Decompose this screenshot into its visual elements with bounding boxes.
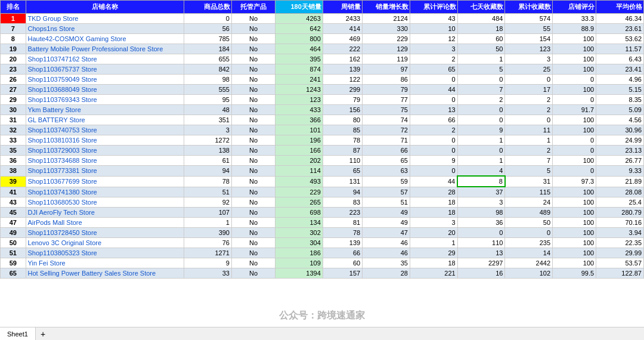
store-name-cell: Shop1103729003 Store bbox=[26, 146, 184, 156]
data-cell: 122.87 bbox=[596, 268, 644, 279]
data-cell: 235 bbox=[505, 238, 553, 248]
data-cell: 29.99 bbox=[596, 248, 644, 258]
header-growth: 销量增长数 bbox=[363, 1, 410, 14]
table-row: 32Shop1103740753 Store3No101857229111003… bbox=[1, 125, 644, 135]
data-cell: 100 bbox=[553, 187, 596, 197]
store-name-cell: TKD Group Store bbox=[26, 14, 184, 24]
header-7fav: 七天收藏数 bbox=[457, 1, 505, 14]
table-row: 31GL BATTERY Store351No366807466001004.5… bbox=[1, 115, 644, 125]
rank-cell: 43 bbox=[1, 197, 26, 208]
data-cell: 97.3 bbox=[553, 176, 596, 187]
data-cell: 85 bbox=[323, 125, 362, 135]
header-weekly: 周销量 bbox=[323, 1, 362, 14]
header-row: 排名 店铺名称 商品总数 托管产品 180天销量 周销量 销量增长数 累计评论数… bbox=[1, 1, 644, 14]
data-cell: 88.9 bbox=[553, 24, 596, 34]
header-180: 180天销量 bbox=[275, 1, 323, 14]
rank-cell: 19 bbox=[1, 44, 26, 54]
data-cell: 16 bbox=[457, 268, 505, 279]
store-name-cell: Shop1103688049 Store bbox=[26, 85, 184, 95]
data-cell: 87 bbox=[323, 146, 362, 156]
data-cell: 0 bbox=[505, 228, 553, 238]
data-cell: 3 bbox=[184, 125, 232, 135]
data-cell: 3 bbox=[457, 197, 505, 208]
data-cell: 9 bbox=[184, 258, 232, 268]
data-cell: 100 bbox=[553, 125, 596, 135]
data-cell: 2 bbox=[410, 125, 457, 135]
data-cell: 122 bbox=[323, 75, 362, 85]
data-cell: 4263 bbox=[275, 14, 323, 24]
data-cell: 9.33 bbox=[596, 166, 644, 177]
data-cell: 102 bbox=[505, 268, 553, 279]
data-cell: No bbox=[231, 115, 275, 125]
data-cell: 0 bbox=[457, 228, 505, 238]
table-row: 50Lenovo 3C Original Store76No3041394611… bbox=[1, 238, 644, 248]
data-cell: 0 bbox=[457, 105, 505, 115]
data-cell: 414 bbox=[323, 24, 362, 34]
data-cell: No bbox=[231, 95, 275, 105]
data-cell: 1 bbox=[457, 54, 505, 64]
data-cell: 77 bbox=[363, 95, 410, 105]
data-cell: 25.4 bbox=[596, 197, 644, 208]
data-cell: 101 bbox=[275, 125, 323, 135]
data-cell: No bbox=[231, 238, 275, 248]
data-cell: 574 bbox=[505, 14, 553, 24]
spreadsheet-container: 排名 店铺名称 商品总数 托管产品 180天销量 周销量 销量增长数 累计评论数… bbox=[0, 0, 644, 340]
data-cell: 31 bbox=[505, 176, 553, 187]
data-cell: 100 bbox=[553, 238, 596, 248]
data-cell: 65 bbox=[363, 156, 410, 166]
data-cell: 63 bbox=[363, 166, 410, 177]
data-cell: 75 bbox=[363, 105, 410, 115]
rank-cell: 38 bbox=[1, 166, 26, 177]
data-cell: 2 bbox=[457, 95, 505, 105]
data-cell: 114 bbox=[275, 166, 323, 177]
table-body: 1TKD Group Store0No426324332124434845743… bbox=[1, 14, 644, 279]
table-row: 49Shop1103728450 Store390No3027847200010… bbox=[1, 228, 644, 238]
data-cell: 842 bbox=[184, 64, 232, 75]
data-cell: 0 bbox=[553, 146, 596, 156]
data-cell: 98 bbox=[184, 75, 232, 85]
tab-sheet1[interactable]: Sheet1 bbox=[0, 327, 36, 340]
data-cell: 100 bbox=[553, 54, 596, 64]
data-cell: 48 bbox=[184, 105, 232, 115]
data-cell: 655 bbox=[184, 54, 232, 64]
data-cell: 65 bbox=[410, 64, 457, 75]
data-cell: 28 bbox=[410, 187, 457, 197]
data-cell: 47 bbox=[363, 228, 410, 238]
data-cell: 100 bbox=[553, 34, 596, 44]
data-cell: 28 bbox=[363, 268, 410, 279]
rank-cell: 36 bbox=[1, 156, 26, 166]
data-cell: 81 bbox=[323, 218, 362, 228]
store-name-cell: Shop1103740753 Store bbox=[26, 125, 184, 135]
data-cell: 1 bbox=[505, 135, 553, 146]
data-cell: 18 bbox=[457, 24, 505, 34]
table-row: 30Ykm Battery Store48No43315675130291.75… bbox=[1, 105, 644, 115]
data-cell: 0 bbox=[410, 75, 457, 85]
data-cell: 9 bbox=[410, 156, 457, 166]
data-cell: 2442 bbox=[505, 258, 553, 268]
data-cell: 2297 bbox=[457, 258, 505, 268]
data-cell: 4.96 bbox=[596, 75, 644, 85]
data-cell: 196 bbox=[275, 135, 323, 146]
data-cell: No bbox=[231, 105, 275, 115]
table-row: 36Shop1103734688 Store61No20211065917100… bbox=[1, 156, 644, 166]
data-cell: 222 bbox=[323, 44, 362, 54]
data-cell: 6.43 bbox=[596, 54, 644, 64]
data-cell: 555 bbox=[184, 85, 232, 95]
data-cell: No bbox=[231, 34, 275, 44]
table-row: 38Shop1103773381 Store94No114656304509.3… bbox=[1, 166, 644, 177]
tab-add-button[interactable]: + bbox=[36, 328, 50, 340]
data-cell: No bbox=[231, 156, 275, 166]
data-cell: 86 bbox=[363, 75, 410, 85]
store-name-cell: DJI AeroFly Tech Store bbox=[26, 208, 184, 218]
data-cell: 20 bbox=[410, 228, 457, 238]
store-name-cell: AirPods Mall Store bbox=[26, 218, 184, 228]
data-cell: 74 bbox=[363, 115, 410, 125]
rank-cell: 49 bbox=[1, 228, 26, 238]
data-cell: 3.94 bbox=[596, 228, 644, 238]
data-cell: 229 bbox=[275, 187, 323, 197]
data-table: 排名 店铺名称 商品总数 托管产品 180天销量 周销量 销量增长数 累计评论数… bbox=[0, 0, 644, 279]
data-cell: 12 bbox=[410, 34, 457, 44]
store-name-cell: Shop1103680530 Store bbox=[26, 197, 184, 208]
data-cell: 154 bbox=[505, 34, 553, 44]
data-cell: 2 bbox=[505, 146, 553, 156]
